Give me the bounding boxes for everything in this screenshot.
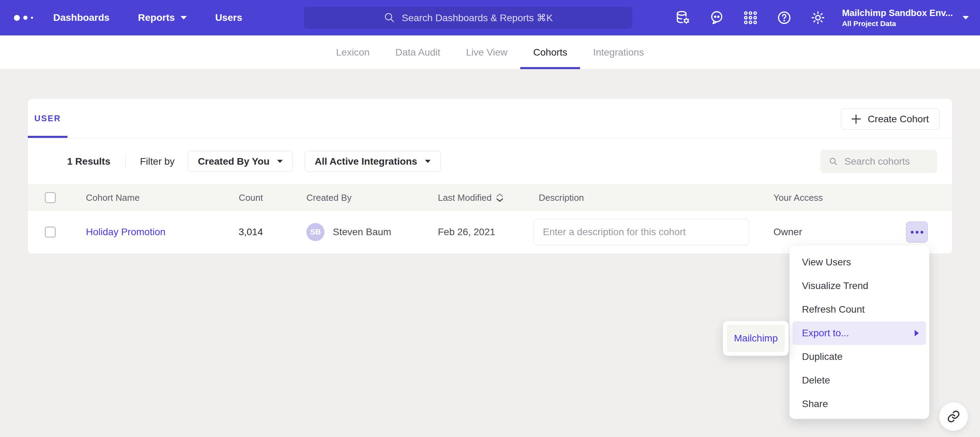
row-actions-context-menu: View Users Visualize Trend Refresh Count… — [789, 245, 929, 419]
tab-live-view-label: Live View — [466, 47, 508, 58]
submenu-item-label: Mailchimp — [734, 333, 778, 344]
data-management-icon[interactable] — [675, 10, 691, 26]
menu-item-delete[interactable]: Delete — [789, 369, 929, 392]
col-created-by[interactable]: Created By — [306, 192, 352, 203]
col-last-modified[interactable]: Last Modified — [438, 192, 504, 203]
row-actions-menu-button[interactable] — [906, 222, 928, 243]
mixpanel-logo[interactable] — [14, 15, 33, 21]
tab-live-view[interactable]: Live View — [453, 35, 520, 69]
col-your-access: Your Access — [773, 192, 823, 203]
nav-users-label: Users — [215, 12, 242, 23]
row-checkbox[interactable] — [45, 227, 56, 238]
menu-item-label: Visualize Trend — [802, 280, 869, 291]
cohort-creator: SB Steven Baum — [306, 223, 391, 241]
global-search-bar[interactable]: Search Dashboards & Reports ⌘K — [304, 6, 632, 29]
project-chevron-down-icon[interactable] — [963, 16, 969, 19]
top-navbar: Dashboards Reports Users Search Dashboar… — [0, 0, 980, 35]
create-cohort-label: Create Cohort — [868, 114, 929, 125]
tab-cohorts[interactable]: Cohorts — [520, 35, 580, 69]
menu-item-export-to[interactable]: Export to... — [792, 321, 926, 345]
col-cohort-name[interactable]: Cohort Name — [86, 192, 140, 203]
tab-integrations[interactable]: Integrations — [580, 35, 657, 69]
tab-data-audit[interactable]: Data Audit — [383, 35, 453, 69]
ellipsis-icon — [911, 231, 913, 233]
cohorts-card: USER Create Cohort 1 Results Filter by C… — [27, 98, 953, 254]
search-cohorts-input[interactable] — [844, 156, 929, 167]
description-input[interactable] — [533, 219, 749, 245]
nav-dashboards-label: Dashboards — [53, 12, 110, 23]
tab-integrations-label: Integrations — [593, 47, 644, 58]
feedback-icon[interactable] — [709, 10, 725, 26]
project-scope: All Project Data — [842, 19, 953, 28]
created-by-filter-value: Created By You — [198, 156, 269, 167]
menu-item-share[interactable]: Share — [789, 392, 929, 416]
cohort-type-tabs: USER Create Cohort — [28, 99, 952, 138]
col-last-modified-label: Last Modified — [438, 192, 492, 203]
integrations-filter-dropdown[interactable]: All Active Integrations — [305, 151, 441, 172]
global-search-placeholder: Search Dashboards & Reports ⌘K — [402, 12, 553, 24]
filter-toolbar: 1 Results Filter by Created By You All A… — [28, 138, 952, 184]
integrations-filter-value: All Active Integrations — [315, 156, 417, 167]
nav-reports-label: Reports — [138, 12, 175, 23]
tab-user-cohorts[interactable]: USER — [28, 99, 67, 138]
tab-data-audit-label: Data Audit — [395, 47, 440, 58]
nav-users[interactable]: Users — [215, 12, 242, 23]
col-description: Description — [539, 192, 584, 203]
menu-item-label: Refresh Count — [802, 304, 865, 315]
menu-item-label: Share — [802, 399, 828, 410]
nav-reports[interactable]: Reports — [138, 12, 187, 23]
link-icon — [947, 410, 961, 423]
search-icon — [383, 12, 395, 24]
project-name: Mailchimp Sandbox Env... — [842, 8, 953, 18]
col-count[interactable]: Count — [195, 192, 263, 203]
plus-icon — [852, 115, 861, 124]
settings-icon[interactable] — [810, 10, 826, 26]
menu-item-visualize-trend[interactable]: Visualize Trend — [789, 274, 929, 298]
export-submenu: Mailchimp — [723, 321, 789, 356]
filter-by-label: Filter by — [140, 156, 175, 167]
nav-dashboards[interactable]: Dashboards — [53, 12, 110, 23]
access-value: Owner — [773, 226, 802, 238]
menu-item-duplicate[interactable]: Duplicate — [789, 345, 929, 369]
last-modified-date: Feb 26, 2021 — [438, 226, 495, 238]
copy-link-button[interactable] — [939, 402, 968, 431]
submenu-item-mailchimp[interactable]: Mailchimp — [727, 325, 785, 352]
submenu-arrow-icon — [915, 330, 919, 336]
select-all-checkbox[interactable] — [45, 192, 56, 203]
cohort-name-link[interactable]: Holiday Promotion — [86, 226, 165, 238]
tab-lexicon[interactable]: Lexicon — [323, 35, 383, 69]
topnav-icon-group — [675, 10, 826, 26]
chevron-down-icon — [425, 160, 431, 163]
tab-cohorts-label: Cohorts — [533, 47, 567, 58]
menu-item-view-users[interactable]: View Users — [789, 250, 929, 274]
apps-grid-icon[interactable] — [743, 10, 759, 26]
tab-lexicon-label: Lexicon — [336, 47, 370, 58]
cohort-count: 3,014 — [195, 226, 263, 238]
chevron-down-icon — [277, 160, 283, 163]
table-header: Cohort Name Count Created By Last Modifi… — [28, 184, 952, 211]
menu-item-label: View Users — [802, 257, 851, 268]
menu-item-label: Duplicate — [802, 351, 843, 362]
creator-name: Steven Baum — [333, 226, 391, 238]
data-management-subnav: Lexicon Data Audit Live View Cohorts Int… — [0, 35, 980, 70]
divider — [125, 154, 126, 169]
help-icon[interactable] — [776, 10, 792, 26]
chevron-down-icon — [180, 16, 187, 19]
avatar: SB — [306, 223, 325, 241]
tab-user-label: USER — [34, 114, 61, 124]
menu-item-label: Delete — [802, 375, 830, 386]
search-icon — [829, 156, 838, 167]
menu-item-refresh-count[interactable]: Refresh Count — [789, 298, 929, 321]
sort-icon — [496, 193, 504, 202]
menu-item-label: Export to... — [802, 328, 849, 339]
created-by-filter-dropdown[interactable]: Created By You — [188, 151, 293, 172]
project-switcher[interactable]: Mailchimp Sandbox Env... All Project Dat… — [842, 8, 953, 28]
results-count: 1 Results — [67, 156, 111, 167]
cohorts-page: USER Create Cohort 1 Results Filter by C… — [0, 70, 980, 437]
create-cohort-button[interactable]: Create Cohort — [841, 108, 940, 130]
search-cohorts-box — [820, 150, 937, 173]
